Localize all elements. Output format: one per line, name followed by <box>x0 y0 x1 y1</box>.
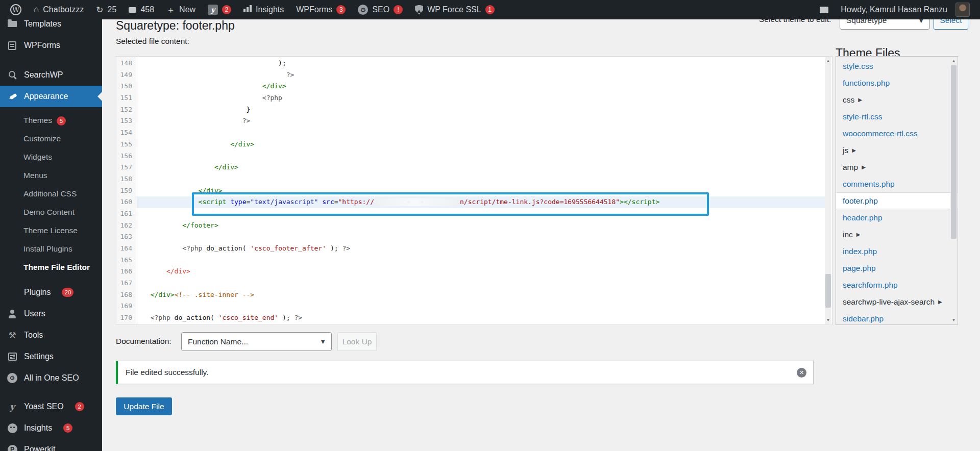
theme-file-inc[interactable]: inc▶ <box>836 226 950 243</box>
sidebar-subitem-additional-css[interactable]: Additional CSS <box>0 185 102 203</box>
count-badge: 2 <box>75 402 84 411</box>
sidebar-subitem-demo-content[interactable]: Demo Content <box>0 203 102 221</box>
bar-chart-icon <box>247 7 249 12</box>
theme-file-name: functions.php <box>843 79 890 88</box>
theme-files-scrollbar[interactable]: ▲ ▼ <box>950 57 957 324</box>
theme-file-style-rtl-css[interactable]: style-rtl.css <box>836 108 950 125</box>
code-line-157[interactable]: </div> <box>137 162 825 173</box>
theme-file-name: woocommerce-rtl.css <box>843 129 917 138</box>
code-line-153[interactable]: ?> <box>137 115 825 127</box>
site-name-menu[interactable]: ⌂ Chatbotzzz <box>28 0 90 19</box>
update-file-button[interactable]: Update File <box>116 397 172 415</box>
theme-file-name: css <box>843 95 854 105</box>
code-line-168[interactable]: </div><!-- .site-inner --> <box>137 289 825 301</box>
sidebar-item-insights[interactable]: Insights5 <box>0 417 102 439</box>
dismiss-notice-icon[interactable]: ✕ <box>797 368 806 378</box>
theme-file-header-php[interactable]: header.php <box>836 209 950 226</box>
code-line-159[interactable]: </div> <box>137 185 825 197</box>
sidebar-item-powerkit[interactable]: PPowerkit <box>0 439 102 451</box>
sidebar-subitem-theme-license[interactable]: Theme License <box>0 221 102 240</box>
line-number: 166 <box>116 266 137 278</box>
code-line-164[interactable]: <?php do_action( 'csco_footer_after' ); … <box>137 243 825 255</box>
code-line-150[interactable]: </div> <box>137 81 825 92</box>
sidebar-subitem-themes[interactable]: Themes5 <box>0 111 102 130</box>
sidebar-item-settings[interactable]: Settings <box>0 346 102 367</box>
new-content-menu[interactable]: ＋ New <box>160 0 202 19</box>
theme-file-style-css[interactable]: style.css <box>836 58 950 74</box>
sidebar-item-appearance[interactable]: Appearance <box>0 86 102 107</box>
insights-menu[interactable]: Insights <box>237 0 290 19</box>
sidebar-subitem-widgets[interactable]: Widgets <box>0 148 102 166</box>
sidebar-subitem-install-plugins[interactable]: Install Plugins <box>0 240 102 258</box>
code-line-160[interactable]: <script type="text/javascript" src="http… <box>137 196 825 208</box>
theme-files-scrollbar-thumb[interactable] <box>951 65 957 239</box>
sidebar-item-label: All in One SEO <box>24 373 79 383</box>
submenu-item-label: Additional CSS <box>23 189 77 198</box>
scroll-up-arrow-icon[interactable]: ▲ <box>950 57 957 65</box>
theme-file-searchform-php[interactable]: searchform.php <box>836 277 950 293</box>
code-line-165[interactable] <box>137 255 825 266</box>
code-content[interactable]: ); ?> </div> <?php } ?> </div> <box>137 58 825 324</box>
theme-file-searchwp-live-ajax-search[interactable]: searchwp-live-ajax-search▶ <box>836 293 950 310</box>
sidebar-item-users[interactable]: Users <box>0 303 102 324</box>
sidebar-item-plugins[interactable]: Plugins20 <box>0 282 102 303</box>
seo-menu[interactable]: ⚙ SEO ! <box>352 0 409 19</box>
theme-file-sidebar-php[interactable]: sidebar.php <box>836 310 950 325</box>
sidebar-item-wpforms[interactable]: WPForms <box>0 35 102 56</box>
code-line-170[interactable]: <?php do_action( 'csco_site_end' ); ?> <box>137 312 825 324</box>
sidebar-subitem-theme-file-editor[interactable]: Theme File Editor <box>0 258 102 277</box>
scroll-up-arrow-icon[interactable]: ▲ <box>825 57 831 65</box>
updates-menu[interactable]: ↻ 25 <box>90 0 122 19</box>
scroll-down-arrow-icon[interactable]: ▼ <box>825 316 831 324</box>
code-line-163[interactable] <box>137 231 825 243</box>
code-line-166[interactable]: </div> <box>137 266 825 278</box>
code-line-154[interactable] <box>137 127 825 139</box>
yoast-menu[interactable]: y 2 <box>202 0 237 19</box>
sidebar-item-searchwp[interactable]: SearchWP <box>0 64 102 86</box>
theme-file-index-php[interactable]: index.php <box>836 243 950 260</box>
sidebar-item-yoast-seo[interactable]: yYoast SEO2 <box>0 396 102 417</box>
code-line-151[interactable]: <?php <box>137 92 825 104</box>
theme-file-name: comments.php <box>843 180 895 189</box>
code-line-155[interactable]: </div> <box>137 139 825 151</box>
theme-file-functions-php[interactable]: functions.php <box>836 74 950 91</box>
theme-file-js[interactable]: js▶ <box>836 142 950 159</box>
sidebar-item-all-in-one-seo[interactable]: ⚙All in One SEO <box>0 367 102 389</box>
theme-file-amp[interactable]: amp▶ <box>836 159 950 176</box>
code-line-161[interactable] <box>137 208 825 220</box>
code-line-156[interactable] <box>137 151 825 162</box>
code-line-167[interactable] <box>137 278 825 289</box>
lookup-button[interactable]: Look Up <box>337 332 377 351</box>
theme-file-comments-php[interactable]: comments.php <box>836 176 950 192</box>
scroll-down-arrow-icon[interactable]: ▼ <box>950 316 957 324</box>
page-title: Squaretype: footer.php <box>116 19 235 33</box>
line-number: 169 <box>116 300 137 312</box>
editor-scrollbar-thumb[interactable] <box>825 274 831 308</box>
theme-file-woocommerce-rtl-css[interactable]: woocommerce-rtl.css <box>836 125 950 142</box>
theme-file-page-php[interactable]: page.php <box>836 260 950 277</box>
sidebar-item-tools[interactable]: ⚒Tools <box>0 324 102 346</box>
code-editor[interactable]: 1481491501511521531541551561571581591601… <box>116 56 832 325</box>
sidebar-subitem-menus[interactable]: Menus <box>0 166 102 185</box>
powerkit-icon: P <box>7 445 17 451</box>
theme-file-footer-php[interactable]: footer.php <box>836 192 958 209</box>
sidebar-subitem-customize[interactable]: Customize <box>0 130 102 148</box>
my-account-menu[interactable]: Howdy, Kamrul Hasan Ranzu <box>835 0 976 19</box>
code-line-152[interactable]: } <box>137 104 825 116</box>
wp-logo-menu[interactable]: W <box>4 0 28 19</box>
code-line-158[interactable] <box>137 173 825 185</box>
code-line-169[interactable] <box>137 300 825 312</box>
comments-menu[interactable]: 458 <box>122 0 160 19</box>
code-line-149[interactable]: ?> <box>137 69 825 81</box>
editor-scrollbar[interactable]: ▲ ▼ <box>825 57 831 324</box>
chat-menu[interactable] <box>814 0 835 19</box>
documentation-dropdown[interactable]: Function Name... ▼ <box>181 332 332 351</box>
submenu-item-label: Demo Content <box>23 208 75 216</box>
wpforms-menu[interactable]: WPForms 3 <box>290 0 352 19</box>
code-line-148[interactable]: ); <box>137 58 825 69</box>
theme-file-name: style-rtl.css <box>843 112 883 121</box>
theme-file-css[interactable]: css▶ <box>836 91 950 108</box>
code-line-162[interactable]: </footer> <box>137 220 825 232</box>
sidebar-item-label: Appearance <box>24 92 68 101</box>
force-ssl-menu[interactable]: WP Force SSL 1 <box>409 0 501 19</box>
